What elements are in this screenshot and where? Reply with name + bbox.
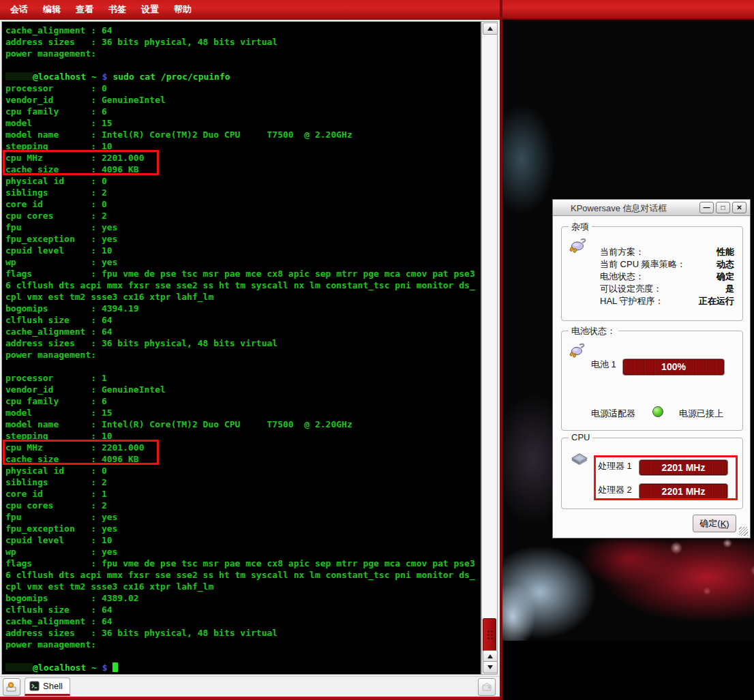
new-session-button[interactable] bbox=[3, 678, 20, 696]
misc-row-0: 当前方案：性能 bbox=[600, 246, 734, 258]
censored-username bbox=[5, 663, 33, 671]
tab-shell[interactable]: Shell bbox=[25, 678, 70, 696]
resize-grip[interactable] bbox=[739, 527, 748, 536]
arrow-down-icon bbox=[487, 665, 493, 669]
terminal-line: processor : 0 bbox=[5, 82, 475, 94]
menu-item-0[interactable]: 会话 bbox=[3, 0, 35, 19]
terminal-icon bbox=[29, 681, 40, 691]
terminal-line: siblings : 2 bbox=[5, 476, 475, 488]
misc-row-1: 当前 CPU 频率策略：动态 bbox=[600, 258, 734, 271]
terminal-line: power management: bbox=[5, 349, 475, 361]
terminal-line: siblings : 2 bbox=[5, 187, 475, 198]
terminal-line: flags : fpu vme de pse tsc msr pae mce c… bbox=[5, 268, 475, 279]
terminal-line bbox=[5, 650, 475, 662]
group-cpu: CPU 处理器 12201 MHz处理器 22201 MHz bbox=[561, 438, 743, 509]
prompt-symbol: $ bbox=[102, 663, 113, 673]
terminal-line: cache_alignment : 64 bbox=[5, 615, 475, 627]
session-tab-bar: Shell bbox=[0, 676, 500, 697]
terminal-line: power management: bbox=[5, 48, 475, 59]
terminal-line: fpu_exception : yes bbox=[5, 523, 475, 534]
terminal-line: physical id : 0 bbox=[5, 465, 475, 476]
annotation-box-cpu-frequency bbox=[594, 455, 738, 500]
dialog-title: KPowersave 信息对话框 bbox=[571, 202, 667, 215]
terminal-line: address sizes : 36 bits physical, 48 bit… bbox=[5, 337, 475, 349]
annotation-box-cpu0 bbox=[3, 150, 159, 175]
cpu-chip-icon bbox=[571, 452, 588, 467]
prompt-symbol: $ bbox=[102, 72, 113, 82]
misc-row-label: 可以设定亮度： bbox=[600, 283, 662, 295]
arrow-up-icon bbox=[487, 654, 493, 658]
terminal-line: 6 clflush dts acpi mmx fxsr sse sse2 ss … bbox=[5, 569, 475, 581]
annotation-box-cpu1 bbox=[3, 440, 159, 465]
terminal-cursor bbox=[112, 663, 118, 672]
minimize-icon: — bbox=[704, 204, 710, 211]
terminal-line: vendor_id : GenuineIntel bbox=[5, 94, 475, 106]
terminal-line bbox=[5, 59, 475, 71]
terminal-line: cpu cores : 2 bbox=[5, 500, 475, 511]
terminal-line: wp : yes bbox=[5, 256, 475, 268]
terminal-line: address sizes : 36 bits physical, 48 bit… bbox=[5, 36, 475, 48]
terminal-line: core id : 1 bbox=[5, 488, 475, 500]
menu-item-3[interactable]: 书签 bbox=[101, 0, 134, 19]
screen: 会话编辑查看书签设置帮助 cache_alignment : 64address… bbox=[0, 0, 754, 700]
terminal-line: core id : 0 bbox=[5, 198, 475, 210]
maximize-icon: □ bbox=[721, 204, 725, 211]
terminal-line: bogomips : 4394.19 bbox=[5, 303, 475, 314]
terminal-line: cpu family : 6 bbox=[5, 106, 475, 117]
arrow-up-icon bbox=[487, 27, 493, 31]
ok-button[interactable]: 确定(K) bbox=[693, 515, 736, 532]
terminal-line: cpl vmx est tm2 ssse3 cx16 xtpr lahf_lm bbox=[5, 291, 475, 303]
misc-row-value: 动态 bbox=[717, 258, 734, 271]
terminal-line: cpu cores : 2 bbox=[5, 210, 475, 222]
terminal-line: physical id : 0 bbox=[5, 175, 475, 187]
group-misc-legend: 杂项 bbox=[569, 221, 592, 233]
group-cpu-legend: CPU bbox=[569, 432, 592, 442]
terminal-line: cpu family : 6 bbox=[5, 395, 475, 407]
terminal-line: flags : fpu vme de pse tsc msr pae mce c… bbox=[5, 558, 475, 569]
adapter-led-icon bbox=[652, 406, 663, 417]
terminal-line: cpuid level : 10 bbox=[5, 534, 475, 546]
close-button[interactable]: ✕ bbox=[732, 202, 747, 213]
detach-session-icon bbox=[481, 681, 493, 693]
kpowersave-dialog: KPowersave 信息对话框 — □ ✕ 杂项 当前方案：性能当前 CPU … bbox=[552, 199, 751, 538]
menu-item-4[interactable]: 设置 bbox=[134, 0, 166, 19]
dialog-titlebar[interactable]: KPowersave 信息对话框 — □ ✕ bbox=[553, 200, 750, 216]
terminal-line: cache_alignment : 64 bbox=[5, 25, 475, 36]
scroll-down-button[interactable] bbox=[483, 661, 498, 673]
terminal-line: model name : Intel(R) Core(TM)2 Duo CPU … bbox=[5, 129, 475, 140]
battery-1-label: 电池 1 bbox=[591, 359, 616, 371]
menu-item-1[interactable]: 编辑 bbox=[35, 0, 68, 19]
terminal-line: bogomips : 4389.02 bbox=[5, 592, 475, 604]
terminal-scrollbar[interactable] bbox=[481, 21, 498, 675]
misc-row-2: 电池状态：确定 bbox=[600, 271, 734, 283]
power-plug-icon bbox=[569, 341, 588, 360]
menu-item-5[interactable]: 帮助 bbox=[166, 0, 199, 19]
misc-row-label: 当前 CPU 频率策略： bbox=[600, 258, 686, 271]
maximize-button[interactable]: □ bbox=[716, 202, 730, 213]
terminal-line bbox=[5, 361, 475, 372]
new-session-icon bbox=[5, 681, 18, 693]
misc-row-label: 电池状态： bbox=[600, 271, 644, 283]
menu-item-2[interactable]: 查看 bbox=[68, 0, 101, 19]
adapter-status: 电源已接上 bbox=[679, 408, 723, 420]
censored-username bbox=[5, 72, 33, 80]
terminal-line: clflush size : 64 bbox=[5, 604, 475, 615]
misc-rows: 当前方案：性能当前 CPU 频率策略：动态电池状态：确定可以设定亮度：是HAL … bbox=[600, 246, 734, 307]
thumb-grip-icon bbox=[487, 630, 494, 641]
konsole-window: 会话编辑查看书签设置帮助 cache_alignment : 64address… bbox=[0, 0, 502, 700]
terminal-lines: cache_alignment : 64address sizes : 36 b… bbox=[2, 22, 475, 673]
terminal-line: power management: bbox=[5, 639, 475, 650]
terminal-line: fpu : yes bbox=[5, 511, 475, 523]
battery-progress-bar: 100% bbox=[622, 359, 725, 376]
terminal-line: cache_alignment : 64 bbox=[5, 326, 475, 337]
terminal-line: 6 clflush dts acpi mmx fxsr sse sse2 ss … bbox=[5, 279, 475, 291]
detach-session-button[interactable] bbox=[478, 678, 496, 696]
scrollbar-thumb[interactable] bbox=[483, 618, 496, 652]
minimize-button[interactable]: — bbox=[699, 202, 714, 213]
typed-command: sudo cat /proc/cpuinfo bbox=[112, 72, 230, 82]
terminal-line: clflush size : 64 bbox=[5, 314, 475, 326]
group-battery-legend: 电池状态： bbox=[569, 325, 618, 337]
scroll-up-button[interactable] bbox=[483, 22, 498, 35]
terminal-output[interactable]: cache_alignment : 64address sizes : 36 b… bbox=[1, 21, 481, 675]
terminal-line: cpuid level : 10 bbox=[5, 245, 475, 256]
